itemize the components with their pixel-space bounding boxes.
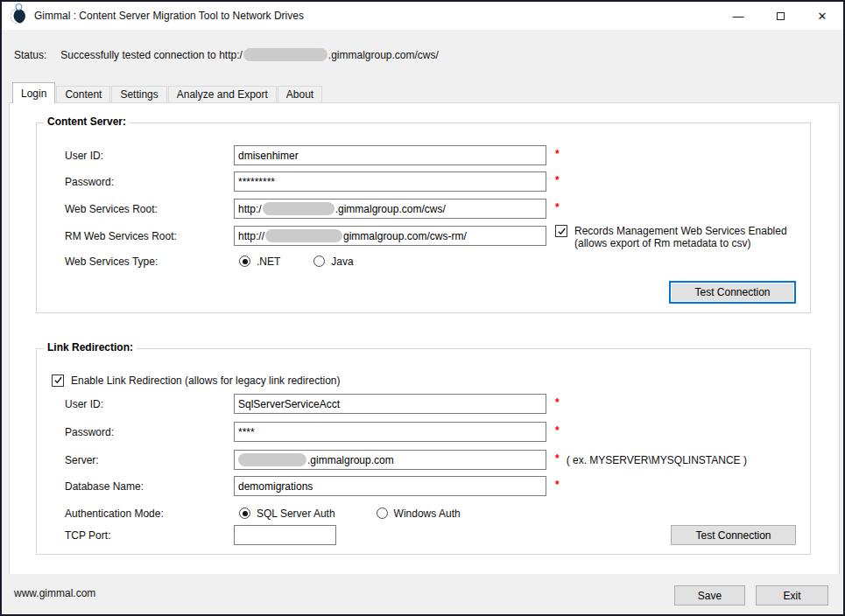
window-title: Gimmal : Content Server Migration Tool t… [34, 10, 304, 22]
content-server-groupbox: Content Server: User ID: * Password: * W… [36, 122, 811, 313]
lr-auth-mode-label: Authentication Mode: [65, 508, 234, 520]
lr-database-input[interactable] [234, 476, 546, 496]
rm-ws-root-prefix: http:// [238, 230, 264, 242]
ws-root-suffix: .gimmalgroup.com/cws/ [335, 203, 446, 215]
lr-user-id-input[interactable] [234, 394, 546, 414]
radio-windows-auth[interactable]: Windows Auth [377, 508, 461, 520]
tab-about[interactable]: About [278, 86, 322, 102]
required-marker: * [555, 396, 560, 409]
ws-root-prefix: http:/ [238, 203, 262, 215]
status-text-suffix: .gimmalgroup.com/cws/ [328, 49, 439, 61]
rm-web-services-root-input[interactable]: http:// gimmalgroup.com/cws-rm/ [234, 226, 546, 246]
lr-server-suffix: .gimmalgroup.com [307, 454, 394, 466]
save-button[interactable]: Save [674, 585, 745, 606]
radio-sql-auth-label: SQL Server Auth [257, 508, 335, 520]
user-id-label: User ID: [65, 150, 234, 162]
tab-login[interactable]: Login [12, 82, 55, 103]
tab-analyze-and-export[interactable]: Analyze and Export [168, 86, 277, 102]
enable-link-redirection-checkbox[interactable] [52, 374, 64, 387]
web-services-root-row: Web Services Root: http:/ .gimmalgroup.c… [37, 199, 810, 219]
window-controls: — ✕ [717, 2, 843, 30]
required-marker: * [555, 479, 560, 491]
maximize-icon [777, 12, 785, 20]
rm-ws-root-suffix: gimmalgroup.com/cws-rm/ [343, 230, 467, 242]
required-marker: * [555, 148, 560, 160]
tab-settings[interactable]: Settings [111, 86, 166, 102]
lr-database-row: Database Name: * [37, 476, 810, 496]
enable-link-redirection-label: Enable Link Redirection (allows for lega… [71, 374, 340, 387]
radio-dotnet-label: .NET [257, 256, 280, 268]
lr-server-label: Server: [65, 454, 234, 466]
app-window: Gimmal : Content Server Migration Tool t… [0, 0, 845, 616]
close-button[interactable]: ✕ [801, 2, 843, 30]
rm-checkbox-line2: (allows export of Rm metadata to csv) [574, 237, 750, 249]
web-services-type-row: Web Services Type: .NET Java [37, 251, 810, 271]
radio-unselected-icon [313, 256, 325, 267]
radio-java-label: Java [331, 256, 353, 268]
test-connection-button-link-redirection[interactable]: Test Connection [671, 525, 796, 545]
content-server-title: Content Server: [44, 116, 130, 128]
tab-strip: Login Content Settings Analyze and Expor… [9, 82, 840, 102]
status-text-prefix: Successfully tested connection to http:/ [60, 49, 242, 61]
enable-link-redirection-checkbox-item[interactable]: Enable Link Redirection (allows for lega… [52, 374, 340, 387]
password-input[interactable] [234, 172, 546, 192]
check-icon [53, 375, 63, 385]
radio-unselected-icon [377, 508, 388, 519]
footer: www.gimmal.com Save Exit [2, 574, 843, 614]
required-marker: * [555, 174, 560, 186]
radio-selected-icon [239, 508, 250, 519]
maximize-button[interactable] [759, 2, 801, 30]
redacted-hostname [265, 229, 342, 242]
tab-content[interactable]: Content [56, 86, 110, 102]
status-row: Status: Successfully tested connection t… [14, 48, 439, 61]
link-redirection-title: Link Redirection: [44, 341, 137, 354]
rm-web-services-root-label: RM Web Services Root: [65, 230, 234, 242]
redacted-hostname [243, 48, 327, 61]
lr-user-id-label: User ID: [65, 398, 234, 410]
rm-enabled-checkbox-label: Records Management Web Services Enabled … [574, 225, 787, 249]
radio-sql-server-auth[interactable]: SQL Server Auth [239, 508, 335, 520]
required-marker: * [555, 201, 560, 214]
web-services-root-label: Web Services Root: [65, 203, 234, 215]
login-tab-page: Content Server: User ID: * Password: * W… [9, 102, 840, 575]
lr-auth-mode-row: Authentication Mode: SQL Server Auth Win… [37, 503, 810, 523]
user-id-row: User ID: * [37, 145, 810, 165]
close-icon: ✕ [818, 10, 827, 23]
redacted-hostname [238, 453, 306, 466]
lr-user-id-row: User ID: * [37, 394, 810, 414]
password-label: Password: [65, 176, 234, 188]
redacted-hostname [263, 202, 334, 215]
gimmal-logo-icon [8, 5, 29, 26]
radio-windows-auth-label: Windows Auth [394, 508, 461, 520]
web-services-type-label: Web Services Type: [65, 256, 234, 268]
test-connection-button-content-server[interactable]: Test Connection [669, 281, 796, 304]
rm-enabled-checkbox[interactable] [555, 225, 567, 237]
enable-link-redirection-row: Enable Link Redirection (allows for lega… [37, 370, 810, 390]
rm-enabled-checkbox-block[interactable]: Records Management Web Services Enabled … [555, 225, 818, 249]
required-marker: * [555, 452, 560, 465]
minimize-button[interactable]: — [717, 2, 759, 30]
radio-dotnet[interactable]: .NET [239, 256, 280, 268]
radio-java[interactable]: Java [313, 256, 353, 268]
status-text: Successfully tested connection to http:/… [60, 48, 439, 61]
radio-selected-icon [239, 256, 250, 267]
minimize-icon: — [733, 10, 744, 23]
server-example-hint: ( ex. MYSERVER\MYSQLINSTANCE ) [567, 454, 747, 466]
titlebar: Gimmal : Content Server Migration Tool t… [2, 2, 843, 30]
lr-password-row: Password: * [37, 422, 810, 442]
link-redirection-groupbox: Link Redirection: Enable Link Redirectio… [36, 348, 811, 555]
lr-database-label: Database Name: [65, 480, 234, 493]
user-id-input[interactable] [234, 145, 546, 165]
lr-server-input[interactable]: .gimmalgroup.com [234, 450, 546, 470]
required-marker: * [555, 424, 560, 437]
lr-password-input[interactable] [234, 422, 546, 442]
password-row: Password: * [37, 172, 810, 192]
rm-checkbox-line1: Records Management Web Services Enabled [574, 225, 787, 237]
web-services-root-input[interactable]: http:/ .gimmalgroup.com/cws/ [234, 199, 546, 219]
lr-password-label: Password: [65, 426, 234, 438]
tab-control: Login Content Settings Analyze and Expor… [9, 82, 840, 575]
website-label: www.gimmal.com [14, 587, 95, 599]
lr-server-row: Server: .gimmalgroup.com * ( ex. MYSERVE… [37, 450, 810, 470]
lr-tcp-port-input[interactable] [234, 525, 336, 545]
exit-button[interactable]: Exit [756, 585, 828, 606]
